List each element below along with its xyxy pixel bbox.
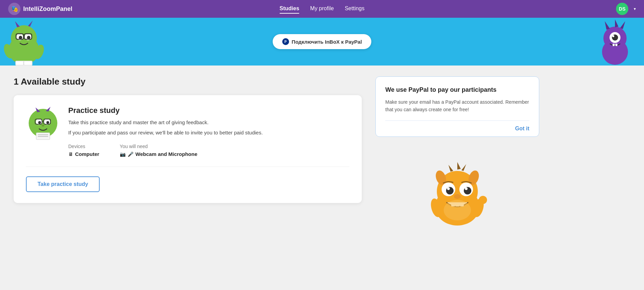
paypal-connect-button[interactable]: P Подключить InBoX к PayPal bbox=[273, 34, 372, 49]
svg-marker-2 bbox=[15, 21, 20, 27]
svg-rect-15 bbox=[24, 61, 32, 65]
microphone-icon: 🎤 bbox=[128, 151, 133, 157]
svg-point-49 bbox=[447, 187, 450, 190]
study-details: Devices 🖥 Computer You will need 📷 🎤 bbox=[68, 144, 349, 157]
webcam-icon: 📷 bbox=[120, 151, 126, 157]
svg-point-60 bbox=[479, 196, 487, 204]
study-desc-1: Take this practice study and master the … bbox=[68, 118, 349, 127]
svg-point-32 bbox=[38, 121, 41, 124]
study-mascot bbox=[26, 106, 60, 140]
svg-point-47 bbox=[446, 187, 454, 194]
svg-marker-21 bbox=[620, 21, 625, 29]
devices-label: Devices bbox=[68, 144, 99, 149]
paypal-button-label: Подключить InBoX к PayPal bbox=[292, 39, 362, 45]
svg-point-33 bbox=[46, 121, 49, 124]
paypal-card-footer: Got it bbox=[385, 120, 529, 136]
svg-point-37 bbox=[42, 125, 44, 127]
svg-point-50 bbox=[465, 187, 468, 190]
svg-marker-3 bbox=[28, 20, 33, 27]
got-it-button[interactable]: Got it bbox=[515, 126, 529, 132]
bottom-monster-container bbox=[375, 157, 539, 226]
svg-point-6 bbox=[19, 36, 22, 39]
paypal-card-body: Make sure your email has a PayPal accoun… bbox=[385, 98, 529, 114]
nav-myprofile[interactable]: My profile bbox=[310, 4, 334, 14]
paypal-info-card: We use PayPal to pay our participants Ma… bbox=[375, 76, 539, 137]
svg-rect-26 bbox=[615, 44, 617, 46]
needs-value: 📷 🎤 Webcam and Microphone bbox=[120, 151, 197, 157]
svg-point-24 bbox=[612, 35, 614, 37]
needs-label: You will need bbox=[120, 144, 197, 149]
svg-marker-55 bbox=[448, 165, 453, 172]
paypal-icon: P bbox=[282, 38, 289, 45]
navbar: 🎭 IntelliZoomPanel Studies My profile Se… bbox=[0, 0, 644, 18]
study-title: Practice study bbox=[68, 106, 349, 115]
nav-settings[interactable]: Settings bbox=[345, 4, 364, 14]
nav-studies[interactable]: Studies bbox=[280, 4, 299, 14]
study-card-footer: Take practice study bbox=[26, 166, 349, 192]
study-desc-2: If you participate and pass our review, … bbox=[68, 129, 349, 137]
devices-group: Devices 🖥 Computer bbox=[68, 144, 99, 157]
device-value: 🖥 Computer bbox=[68, 151, 99, 157]
study-info: Practice study Take this practice study … bbox=[68, 106, 349, 157]
svg-marker-19 bbox=[605, 21, 610, 30]
main-layout: 1 Available study bbox=[0, 66, 644, 236]
svg-point-7 bbox=[27, 36, 30, 39]
bottom-orange-monster bbox=[423, 157, 491, 226]
content-right: We use PayPal to pay our participants Ma… bbox=[375, 76, 539, 226]
user-avatar[interactable]: DS bbox=[616, 3, 628, 15]
section-title: 1 Available study bbox=[14, 76, 362, 87]
chevron-down-icon[interactable]: ▾ bbox=[634, 6, 636, 11]
svg-rect-14 bbox=[16, 61, 24, 65]
green-monster-left bbox=[0, 18, 48, 66]
study-card: Practice study Take this practice study … bbox=[14, 95, 362, 203]
svg-point-61 bbox=[444, 200, 471, 220]
needs-group: You will need 📷 🎤 Webcam and Microphone bbox=[120, 144, 197, 157]
banner: P Подключить InBoX к PayPal bbox=[0, 18, 644, 66]
brand-icon: 🎭 bbox=[8, 3, 20, 15]
svg-marker-20 bbox=[615, 19, 618, 27]
take-practice-study-button[interactable]: Take practice study bbox=[26, 176, 100, 192]
paypal-card-title: We use PayPal to pay our participants bbox=[385, 86, 529, 93]
svg-point-51 bbox=[454, 194, 461, 199]
computer-icon: 🖥 bbox=[68, 151, 73, 157]
svg-marker-56 bbox=[457, 162, 461, 170]
purple-monster-right bbox=[596, 18, 634, 66]
svg-rect-38 bbox=[36, 133, 50, 140]
navbar-right: DS ▾ bbox=[616, 3, 636, 15]
brand: 🎭 IntelliZoomPanel bbox=[8, 3, 72, 15]
nav-links: Studies My profile Settings bbox=[280, 4, 364, 14]
study-card-header: Practice study Take this practice study … bbox=[26, 106, 349, 157]
brand-name: IntelliZoomPanel bbox=[23, 5, 72, 13]
svg-marker-57 bbox=[461, 164, 466, 171]
svg-point-48 bbox=[464, 187, 471, 194]
svg-rect-25 bbox=[613, 44, 615, 46]
content-left: 1 Available study bbox=[14, 76, 362, 203]
